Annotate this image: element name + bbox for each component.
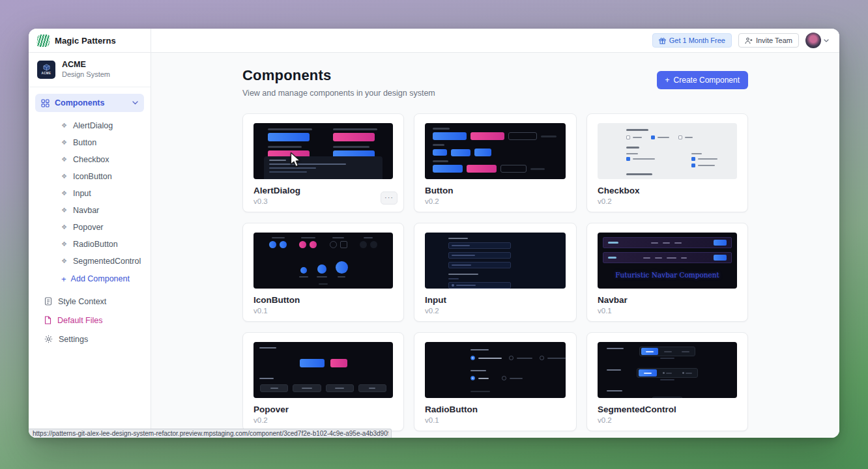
code-snippet-panel (264, 156, 383, 179)
card-navbar[interactable]: Futuristic Navbar Component Navbar v0.1 (586, 223, 748, 322)
sidebar-item-label: Input (73, 189, 91, 198)
person-plus-icon (745, 37, 753, 44)
navbar-thumb-caption: Futuristic Navbar Component (598, 271, 737, 279)
alertdialog-preview (268, 128, 381, 159)
sidebar-nav: Components ❖AlertDialog ❖Button ❖Checkbo… (29, 87, 151, 348)
invite-team-button[interactable]: Invite Team (738, 33, 799, 48)
sidebar-item-label: IconButton (73, 172, 112, 181)
navbar-preview-strip (603, 252, 732, 263)
topbar: Get 1 Month Free Invite Team (151, 29, 839, 53)
alertdialog-thumbnail[interactable] (253, 123, 393, 179)
page-title: Components (242, 67, 435, 84)
component-icon: ❖ (61, 139, 67, 146)
card-title: Checkbox (598, 186, 737, 195)
sidebar-item-label: Navbar (73, 206, 99, 215)
gift-icon (659, 37, 666, 44)
component-grid: AlertDialog v0.3 ··· (242, 113, 748, 431)
plus-icon: + (61, 274, 66, 284)
card-title: Navbar (598, 295, 737, 305)
card-version: v0.2 (425, 197, 566, 205)
sidebar-item-navbar[interactable]: ❖Navbar (35, 202, 144, 219)
card-radiobutton[interactable]: RadioButton v0.1 (414, 332, 577, 431)
add-component-button[interactable]: + Add Component (35, 270, 144, 288)
chevron-down-icon (824, 39, 829, 42)
link-preview-statusbar: https://patterns-git-alex-lee-design-sys… (29, 429, 392, 438)
account-menu[interactable] (805, 33, 829, 48)
plus-icon: + (665, 76, 670, 85)
sidebar-item-label: Checkbox (73, 155, 109, 164)
sidebar-item-label: SegmentedControl (73, 257, 141, 266)
card-more-button[interactable]: ··· (381, 192, 398, 205)
sidebar-item-alertdialog[interactable]: ❖AlertDialog (35, 117, 144, 134)
statusbar-url: https://patterns-git-alex-lee-design-sys… (33, 430, 388, 437)
gear-icon (44, 335, 53, 343)
component-icon: ❖ (61, 122, 67, 129)
navbar-preview-strip (603, 237, 732, 248)
sidebar-components-label: Components (55, 98, 104, 107)
iconbutton-thumbnail[interactable] (253, 233, 393, 289)
sidebar-item-checkbox[interactable]: ❖Checkbox (35, 151, 144, 168)
card-iconbutton[interactable]: IconButton v0.1 (242, 223, 404, 322)
avatar (805, 33, 821, 48)
document-icon (44, 297, 52, 306)
sidebar-item-segmentedcontrol[interactable]: ❖SegmentedControl (35, 253, 144, 270)
card-popover[interactable]: Popover v0.2 (242, 332, 404, 431)
card-segmentedcontrol[interactable]: SegmentedControl v0.2 (586, 332, 748, 431)
promo-label: Get 1 Month Free (669, 36, 725, 44)
card-checkbox[interactable]: Checkbox v0.2 (586, 113, 748, 212)
checkbox-thumbnail[interactable] (598, 123, 737, 179)
app-window: Magic Patterns ACME ACME Design System C… (29, 29, 839, 438)
create-component-button[interactable]: + Create Component (657, 71, 748, 89)
card-alertdialog[interactable]: AlertDialog v0.3 ··· (242, 113, 404, 212)
sidebar-item-label: RadioButton (73, 240, 118, 249)
card-title: Input (425, 295, 566, 305)
sidebar-item-label: Popover (73, 223, 104, 232)
sidebar-item-button[interactable]: ❖Button (35, 134, 144, 151)
sidebar-item-settings[interactable]: Settings (35, 330, 144, 348)
brand-header: Magic Patterns (29, 29, 151, 53)
button-thumbnail[interactable] (425, 123, 566, 179)
card-title: AlertDialog (253, 186, 393, 195)
file-icon (44, 316, 51, 324)
segmented-control-preview (637, 368, 698, 378)
component-icon: ❖ (61, 173, 67, 180)
card-input[interactable]: Input v0.2 (414, 223, 577, 322)
cube-icon (43, 64, 50, 71)
get-month-free-button[interactable]: Get 1 Month Free (652, 33, 732, 48)
card-version: v0.2 (425, 307, 566, 315)
mouse-cursor (290, 152, 302, 168)
sidebar: Magic Patterns ACME ACME Design System C… (29, 29, 151, 438)
card-version: v0.2 (598, 197, 737, 205)
sidebar-item-style-context[interactable]: Style Context (35, 292, 144, 311)
magic-patterns-logo-icon (36, 35, 50, 47)
sidebar-item-components[interactable]: Components (35, 94, 144, 112)
add-component-label: Add Component (71, 274, 130, 283)
segmented-control-preview (639, 347, 695, 356)
invite-label: Invite Team (756, 36, 792, 44)
iconbutton-size-row (253, 261, 393, 277)
radiobutton-thumbnail[interactable] (425, 342, 566, 398)
sidebar-item-iconbutton[interactable]: ❖IconButton (35, 168, 144, 185)
segmentedcontrol-thumbnail[interactable] (598, 342, 737, 398)
component-icon: ❖ (61, 207, 67, 214)
acme-logo-caption: ACME (42, 72, 51, 75)
card-button[interactable]: Button v0.2 (414, 113, 577, 212)
page-header: Components View and manage components in… (242, 67, 748, 98)
workspace-name: ACME (62, 60, 110, 70)
card-title: SegmentedControl (598, 405, 737, 414)
card-title: IconButton (253, 295, 393, 305)
workspace-switcher[interactable]: ACME ACME Design System (29, 53, 151, 87)
component-icon: ❖ (61, 241, 67, 248)
navbar-thumbnail[interactable]: Futuristic Navbar Component (598, 233, 737, 289)
sidebar-links: Style Context Default Files Settings (35, 292, 144, 348)
sidebar-item-popover[interactable]: ❖Popover (35, 219, 144, 236)
popover-thumbnail[interactable] (253, 342, 393, 398)
sidebar-item-input[interactable]: ❖Input (35, 185, 144, 202)
sidebar-item-radiobutton[interactable]: ❖RadioButton (35, 236, 144, 253)
card-title: Popover (253, 405, 393, 414)
sidebar-item-default-files[interactable]: Default Files (35, 311, 144, 330)
sidebar-item-label: Style Context (58, 297, 106, 306)
card-title: RadioButton (425, 405, 566, 414)
input-thumbnail[interactable] (425, 233, 566, 289)
main-area: Get 1 Month Free Invite Team Components … (151, 29, 839, 438)
